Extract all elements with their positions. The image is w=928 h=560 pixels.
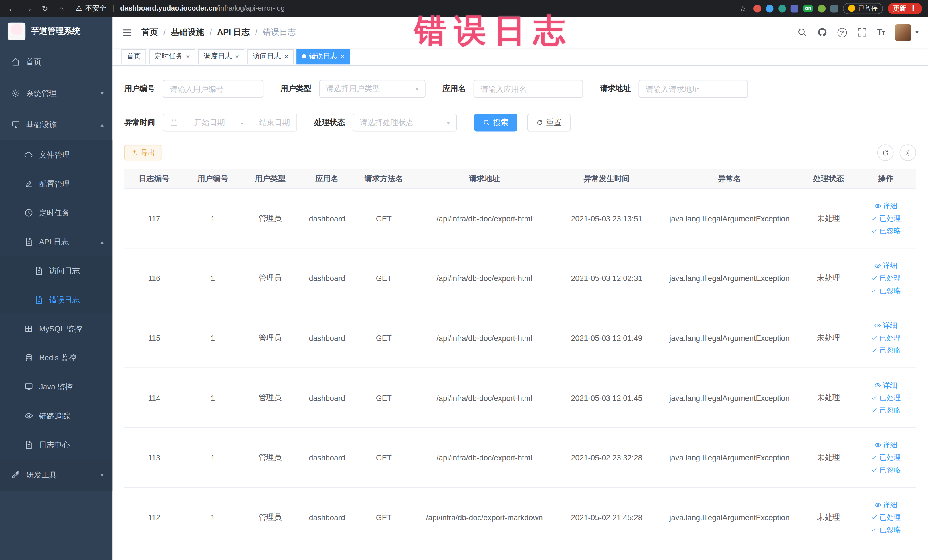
database-icon [24, 354, 33, 362]
sidebar-item-error-log[interactable]: 错误日志 [0, 285, 112, 314]
sidebar-item-file[interactable]: 文件管理 [0, 140, 112, 169]
extension-icon[interactable] [766, 5, 774, 12]
clock-icon [24, 208, 33, 217]
table-header: 日志编号 用户编号 用户类型 应用名 请求方法名 请求地址 异常发生时间 异常名… [124, 169, 916, 189]
close-icon[interactable]: × [340, 53, 345, 60]
cell-app-name: dashboard [299, 214, 355, 223]
sidebar-item-system[interactable]: 系统管理 ▾ [0, 78, 112, 109]
tab-home[interactable]: 首页 [121, 49, 146, 64]
home-nav-icon[interactable]: ⌂ [56, 2, 67, 14]
sidebar-item-home[interactable]: 首页 [0, 46, 112, 78]
sidebar-item-trace[interactable]: 链路追踪 [0, 401, 112, 430]
reset-button[interactable]: 重置 [527, 113, 570, 131]
mark-processed-link[interactable]: 已处理 [871, 273, 901, 283]
sidebar-toggle-icon[interactable] [122, 27, 132, 37]
help-icon[interactable]: ? [837, 27, 847, 37]
column-settings-button[interactable] [899, 144, 916, 161]
mark-processed-link[interactable]: 已处理 [871, 512, 901, 522]
detail-link[interactable]: 详细 [874, 261, 897, 271]
chevron-up-icon: ▴ [101, 238, 104, 245]
extension-icon[interactable] [778, 5, 786, 12]
extension-icon[interactable] [818, 5, 826, 12]
detail-link[interactable]: 详细 [874, 500, 897, 510]
close-icon[interactable]: × [186, 53, 190, 60]
breadcrumb-item[interactable]: 首页 [142, 27, 158, 37]
monitor-icon [24, 382, 33, 391]
security-badge[interactable]: ⚠ 不安全 [76, 3, 107, 13]
url-path: /infra/log/api-error-log [217, 4, 285, 12]
chevron-up-icon: ▴ [101, 121, 104, 128]
refresh-table-button[interactable] [877, 144, 894, 161]
browser-actions: ☆ on 已暂停 更新 ⋮ [737, 2, 922, 14]
extension-on-badge[interactable]: on [803, 5, 813, 12]
forward-icon[interactable]: → [23, 2, 34, 14]
tab-access-log[interactable]: 访问日志× [247, 49, 293, 64]
mark-processed-link[interactable]: 已处理 [871, 214, 901, 223]
kebab-menu-icon[interactable]: ⋮ [910, 4, 917, 12]
search-icon [483, 119, 490, 126]
github-icon[interactable] [817, 27, 827, 37]
mark-processed-link[interactable]: 已处理 [871, 452, 901, 462]
app-logo[interactable]: 芋道管理系统 [0, 17, 112, 46]
detail-link[interactable]: 详细 [874, 201, 897, 211]
address-bar[interactable]: dashboard.yudao.iocoder.cn/infra/log/api… [120, 4, 285, 12]
sidebar-item-log-center[interactable]: 日志中心 [0, 430, 112, 459]
sidebar-item-job[interactable]: 定时任务 [0, 198, 112, 227]
search-button[interactable]: 搜索 [474, 113, 517, 131]
detail-link[interactable]: 详细 [874, 440, 897, 450]
sidebar-item-redis[interactable]: Redis 监控 [0, 343, 112, 372]
search-icon[interactable] [797, 27, 807, 37]
extension-icon[interactable] [753, 5, 761, 12]
sidebar-item-dev-tools[interactable]: 研发工具 ▾ [0, 459, 112, 491]
back-icon[interactable]: ← [6, 2, 18, 14]
paused-extension-button[interactable]: 已暂停 [843, 3, 883, 14]
mark-ignored-link[interactable]: 已忽略 [871, 285, 901, 296]
sidebar-item-java[interactable]: Java 监控 [0, 372, 112, 401]
app-name-input[interactable] [473, 80, 583, 98]
exception-time-range-picker[interactable]: 开始日期 - 结束日期 [163, 113, 297, 131]
breadcrumb-item[interactable]: 基础设施 [171, 27, 204, 37]
sidebar-item-infra[interactable]: 基础设施 ▴ [0, 109, 112, 140]
refresh-icon [882, 149, 889, 157]
close-icon[interactable]: × [284, 53, 288, 60]
check-icon [871, 215, 878, 222]
fullscreen-icon[interactable] [857, 27, 867, 37]
close-icon[interactable]: × [235, 53, 240, 60]
mark-ignored-link[interactable]: 已忽略 [871, 405, 901, 415]
font-size-icon[interactable]: TT [877, 27, 885, 37]
reload-icon[interactable]: ↻ [39, 2, 51, 14]
mark-ignored-link[interactable]: 已忽略 [871, 525, 901, 535]
extension-icon[interactable] [791, 5, 798, 12]
process-status-select[interactable]: 请选择处理状态 ▾ [353, 113, 457, 131]
gear-icon [904, 149, 912, 157]
mark-ignored-link[interactable]: 已忽略 [871, 226, 901, 236]
sidebar-item-config[interactable]: 配置管理 [0, 169, 112, 198]
tab-error-log[interactable]: 错误日志× [296, 49, 350, 64]
request-url-input[interactable] [639, 80, 748, 98]
browser-update-button[interactable]: 更新 ⋮ [888, 3, 922, 14]
user-type-select[interactable]: 请选择用户类型 ▾ [319, 80, 425, 98]
monitor-icon [11, 120, 20, 129]
bookmark-star-icon[interactable]: ☆ [737, 2, 749, 14]
warning-icon: ⚠ [76, 4, 82, 12]
chevron-down-icon[interactable]: ▾ [916, 29, 918, 36]
detail-link[interactable]: 详细 [874, 320, 897, 330]
breadcrumb-item[interactable]: API 日志 [217, 27, 250, 37]
sidebar-item-access-log[interactable]: 访问日志 [0, 256, 112, 285]
active-dot-icon [302, 55, 306, 59]
mark-ignored-link[interactable]: 已忽略 [871, 465, 901, 475]
extension-icon[interactable] [830, 5, 838, 12]
mark-processed-link[interactable]: 已处理 [871, 393, 901, 403]
export-button[interactable]: 导出 [124, 145, 162, 160]
mark-ignored-link[interactable]: 已忽略 [871, 345, 901, 356]
user-avatar[interactable] [895, 24, 911, 41]
tab-job[interactable]: 定时任务× [149, 49, 195, 64]
tab-job-log[interactable]: 调度日志× [198, 49, 244, 64]
sidebar-item-mysql[interactable]: MySQL 监控 [0, 314, 112, 343]
sidebar-item-api-log[interactable]: API 日志 ▴ [0, 227, 112, 256]
user-id-input[interactable] [163, 80, 264, 98]
mark-processed-link[interactable]: 已处理 [871, 333, 901, 343]
detail-link[interactable]: 详细 [874, 380, 897, 390]
error-log-table: 日志编号 用户编号 用户类型 应用名 请求方法名 请求地址 异常发生时间 异常名… [124, 169, 916, 548]
column-header: 应用名 [299, 173, 355, 184]
